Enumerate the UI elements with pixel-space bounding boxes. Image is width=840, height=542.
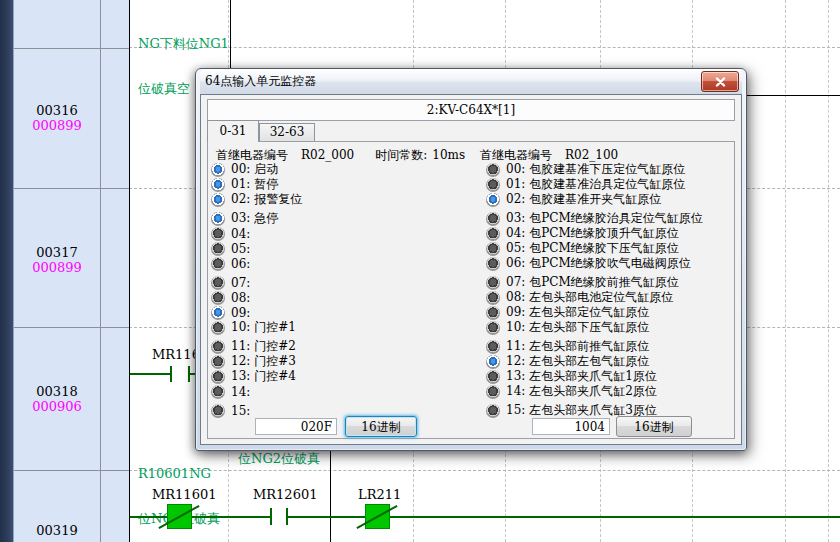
close-icon (715, 77, 726, 87)
no-contact-bar[interactable] (286, 508, 288, 525)
input-point-row: 08: 左包头部电池定位气缸原位 (486, 290, 703, 305)
point-led[interactable] (486, 404, 500, 418)
margin-row-border (14, 48, 129, 49)
step-number: 00317 (14, 246, 100, 260)
input-point-row: 03: 包PCM绝缘胶治具定位气缸原位 (486, 211, 703, 226)
dialog-titlebar[interactable]: 64点输入单元监控器 (200, 69, 742, 94)
point-label: 13: 门控#4 (231, 368, 296, 385)
point-led[interactable] (211, 404, 225, 418)
tab-0-31[interactable]: 0-31 (207, 120, 259, 142)
contact-label: LR211 (358, 487, 401, 502)
rung-comment-bottom-mid: 位NG2位破真 (238, 451, 320, 466)
input-point-row: 02: 包胶建基准开夹气缸原位 (486, 192, 703, 207)
point-led[interactable] (211, 385, 225, 399)
point-led[interactable] (486, 276, 500, 290)
time-constant-value: 10ms (432, 148, 465, 162)
first-relay-number: R02_000 (301, 148, 354, 162)
point-led[interactable] (486, 178, 500, 192)
step-margin: 00316 000899 00317 000899 00318 000906 0… (13, 0, 129, 542)
point-led[interactable] (211, 276, 225, 290)
input-point-row: 10: 门控#1 (211, 320, 302, 335)
input-point-row: 02: 报警复位 (211, 192, 302, 207)
unit-header: 2:KV-C64X*[1] (207, 99, 735, 121)
input-point-row: 14: 左包头部夹爪气缸2原位 (486, 384, 703, 399)
point-led[interactable] (486, 370, 500, 384)
contact-label: MR12601 (253, 487, 317, 502)
right-hex-button[interactable]: 16进制 (616, 416, 692, 437)
right-value-field[interactable]: 1004 (532, 418, 610, 435)
input-point-row: 13: 左包头部夹爪气缸1原位 (486, 369, 703, 384)
point-led[interactable] (211, 178, 225, 192)
input-point-row: 06: (211, 256, 302, 271)
grid-line (785, 0, 786, 542)
step-number: 00316 (14, 104, 100, 118)
point-label: 14: 左包头部夹爪气缸2原位 (506, 383, 657, 400)
point-led[interactable] (211, 370, 225, 384)
point-led[interactable] (211, 193, 225, 207)
point-led[interactable] (211, 227, 225, 241)
point-led[interactable] (486, 242, 500, 256)
input-point-row: 01: 暂停 (211, 177, 302, 192)
first-relay-number: R02_100 (565, 148, 618, 162)
input-point-row: 06: 包PCM绝缘胶吹气电磁阀原位 (486, 256, 703, 271)
left-value-field[interactable]: 020F (255, 418, 337, 435)
wire-segment (130, 373, 170, 375)
input-point-row: 04: 包PCM绝缘胶顶升气缸原位 (486, 226, 703, 241)
instruction-count: 000906 (14, 400, 100, 414)
step-number: 00319 (14, 524, 100, 538)
instruction-count: 000899 (14, 119, 100, 133)
input-point-row: 04: (211, 226, 302, 241)
point-label: 10: 门控#1 (231, 319, 296, 336)
point-label: 10: 左包头部下压气缸原位 (506, 319, 649, 336)
input-point-row: 09: (211, 305, 302, 320)
point-led[interactable] (486, 257, 500, 271)
point-led[interactable] (486, 321, 500, 335)
point-led[interactable] (211, 163, 225, 177)
close-button[interactable] (701, 71, 739, 92)
point-led[interactable] (211, 212, 225, 226)
contact-bar (170, 366, 172, 382)
point-led[interactable] (486, 306, 500, 320)
tab-32-63[interactable]: 32-63 (259, 123, 315, 142)
input-point-row: 14: (211, 384, 302, 399)
point-led[interactable] (486, 212, 500, 226)
point-led[interactable] (211, 355, 225, 369)
input-point-row: 00: 启动 (211, 162, 302, 177)
input-point-row: 10: 左包头部下压气缸原位 (486, 320, 703, 335)
dialog-title: 64点输入单元监控器 (205, 73, 316, 90)
input-point-row: 11: 门控#2 (211, 339, 302, 354)
point-led[interactable] (486, 227, 500, 241)
point-label: 04: (231, 227, 250, 241)
point-label: 02: 报警复位 (231, 191, 302, 208)
point-label: 15: (231, 404, 250, 418)
point-led[interactable] (211, 321, 225, 335)
point-led[interactable] (211, 306, 225, 320)
point-led[interactable] (211, 291, 225, 305)
input-points-left: 00: 启动 01: 暂停 02: 报警复位 03: 急停 (211, 162, 302, 418)
point-led[interactable] (486, 340, 500, 354)
point-led[interactable] (486, 163, 500, 177)
point-led[interactable] (486, 291, 500, 305)
point-led[interactable] (486, 385, 500, 399)
point-label: 06: 包PCM绝缘胶吹气电磁阀原位 (506, 255, 691, 272)
point-led[interactable] (486, 355, 500, 369)
point-led[interactable] (211, 257, 225, 271)
input-point-row: 00: 包胶建基准下压定位气缸原位 (486, 162, 703, 177)
point-led[interactable] (211, 340, 225, 354)
point-label: 08: (231, 291, 250, 305)
editor-left-edge (0, 0, 14, 542)
instruction-count: 000899 (14, 261, 100, 275)
kv-studio-ladder-editor: { "colors": { "on_led_blue": "#2c6fc2", … (0, 0, 840, 542)
input-points-right: 00: 包胶建基准下压定位气缸原位 01: 包胶建基准治具定位气缸原位 02: … (486, 162, 703, 418)
first-relay-label: 首继电器编号 (216, 148, 288, 162)
input-point-row: 07: 包PCM绝缘胶前推气缸原位 (486, 275, 703, 290)
time-constant-label: 时间常数: (375, 148, 427, 162)
wire-segment (130, 516, 270, 518)
no-contact-bar[interactable] (270, 508, 272, 525)
grid-line (828, 0, 829, 542)
point-led[interactable] (486, 193, 500, 207)
point-led[interactable] (211, 242, 225, 256)
input-point-row: 15: (211, 403, 302, 418)
input-point-row: 07: (211, 275, 302, 290)
left-hex-button[interactable]: 16进制 (345, 416, 417, 437)
